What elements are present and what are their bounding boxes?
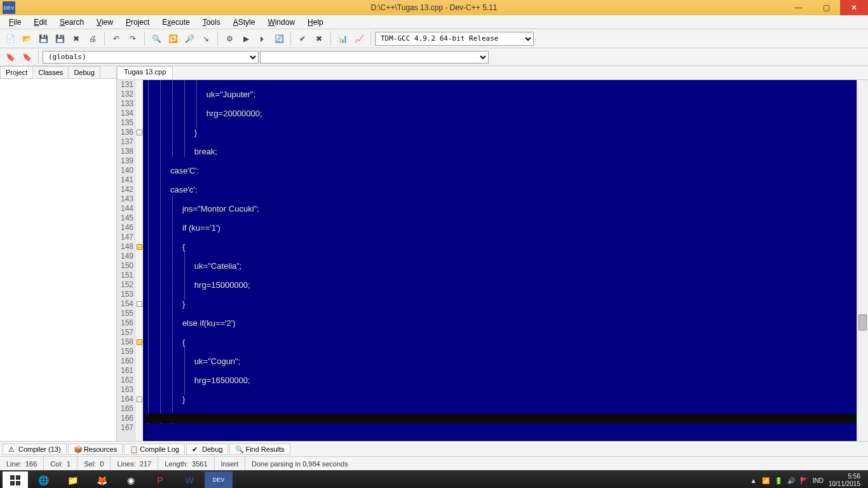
tab-resources[interactable]: 📦Resources bbox=[68, 444, 123, 455]
tab-compile-log[interactable]: 📋Compile Log bbox=[124, 444, 185, 455]
sidebar-tab-debug[interactable]: Debug bbox=[68, 66, 100, 78]
status-col: Col: 1 bbox=[44, 457, 78, 470]
redo-icon[interactable]: ↷ bbox=[125, 31, 140, 46]
tray-flag-icon[interactable]: 🚩 bbox=[800, 477, 808, 484]
tray-volume-icon[interactable]: 🔊 bbox=[787, 477, 795, 484]
tray-clock[interactable]: 5:56 10/11/2015 bbox=[829, 473, 860, 488]
menu-project[interactable]: Project bbox=[119, 17, 156, 28]
new-file-icon[interactable]: 📄 bbox=[3, 31, 18, 46]
undo-icon[interactable]: ↶ bbox=[109, 31, 124, 46]
tab-debug[interactable]: ✔Debug bbox=[186, 444, 228, 455]
fold-column: ----- bbox=[136, 80, 145, 441]
replace-icon[interactable]: 🔁 bbox=[165, 31, 180, 46]
menu-tools[interactable]: Tools bbox=[196, 17, 227, 28]
menu-edit[interactable]: Edit bbox=[27, 17, 53, 28]
menu-help[interactable]: Help bbox=[301, 17, 330, 28]
close-button[interactable]: ✕ bbox=[840, 0, 868, 15]
status-length: Length: 3561 bbox=[158, 457, 214, 470]
sidebar-tab-classes[interactable]: Classes bbox=[32, 66, 69, 78]
svg-rect-0 bbox=[10, 475, 15, 480]
rebuild-icon[interactable]: 🔄 bbox=[271, 31, 287, 46]
menu-astyle[interactable]: AStyle bbox=[227, 17, 262, 28]
tray-battery-icon[interactable]: 🔋 bbox=[775, 477, 782, 484]
taskbar-word[interactable]: W bbox=[175, 471, 203, 488]
taskbar-chrome[interactable]: ◉ bbox=[117, 471, 145, 488]
profile-icon[interactable]: 📊 bbox=[335, 31, 350, 46]
compile-icon[interactable]: ⚙ bbox=[222, 31, 237, 46]
compile-run-icon[interactable]: ⏵ bbox=[255, 31, 270, 46]
system-tray: ▲ 📶 🔋 🔊 🚩 IND 5:56 10/11/2015 bbox=[750, 473, 865, 488]
tray-network-icon[interactable]: 📶 bbox=[762, 477, 770, 484]
function-selector[interactable] bbox=[260, 51, 489, 64]
minimize-button[interactable]: — bbox=[784, 0, 812, 15]
window-title: D:\C++\Tugas 13.cpp - Dev-C++ 5.11 bbox=[371, 3, 498, 12]
sidebar-tab-project[interactable]: Project bbox=[0, 66, 33, 78]
sidebar: Project Classes Debug bbox=[0, 66, 117, 441]
stop-icon[interactable]: ✖ bbox=[311, 31, 327, 46]
svg-rect-3 bbox=[16, 481, 20, 485]
main-toolbar: 📄 📂 💾 💾 ✖ 🖨 ↶ ↷ 🔍 🔁 🔎 ↘ ⚙ ▶ ⏵ 🔄 ✔ ✖ 📊 📈 … bbox=[0, 29, 868, 48]
find-next-icon[interactable]: 🔎 bbox=[182, 31, 197, 46]
goto-bookmark-icon[interactable]: 🔖 bbox=[19, 50, 34, 65]
debug-icon: ✔ bbox=[192, 445, 200, 453]
save-all-icon[interactable]: 💾 bbox=[52, 31, 67, 46]
menu-search[interactable]: Search bbox=[53, 17, 90, 28]
status-line: Line: 166 bbox=[0, 457, 44, 470]
editor-tab-active[interactable]: Tugas 13.cpp bbox=[117, 66, 173, 79]
sidebar-content bbox=[0, 79, 116, 441]
open-file-icon[interactable]: 📂 bbox=[19, 31, 34, 46]
tray-up-icon[interactable]: ▲ bbox=[750, 477, 757, 484]
debug-icon[interactable]: ✔ bbox=[295, 31, 310, 46]
code-editor[interactable]: 1311321331341351361371381391401411421431… bbox=[117, 80, 868, 441]
svg-rect-2 bbox=[10, 481, 15, 485]
log-icon: 📋 bbox=[130, 445, 137, 453]
print-icon[interactable]: 🖨 bbox=[85, 31, 100, 46]
taskbar-firefox[interactable]: 🦊 bbox=[88, 471, 116, 488]
bottom-panel-tabs: ⚠Compiler (13) 📦Resources 📋Compile Log ✔… bbox=[0, 441, 868, 456]
status-mode: Insert bbox=[215, 457, 246, 470]
run-icon[interactable]: ▶ bbox=[238, 31, 254, 46]
app-icon: DEV bbox=[3, 1, 15, 14]
status-lines: Lines: 217 bbox=[111, 457, 158, 470]
window-titlebar: DEV D:\C++\Tugas 13.cpp - Dev-C++ 5.11 —… bbox=[0, 0, 868, 15]
taskbar-ie[interactable]: 🌐 bbox=[29, 471, 57, 488]
compiler-selector[interactable]: TDM-GCC 4.9.2 64-bit Release bbox=[375, 32, 534, 46]
menu-bar: File Edit Search View Project Execute To… bbox=[0, 15, 868, 29]
tab-compiler[interactable]: ⚠Compiler (13) bbox=[3, 444, 67, 455]
close-file-icon[interactable]: ✖ bbox=[69, 31, 84, 46]
windows-taskbar: 🌐 📁 🦊 ◉ P W DEV ▲ 📶 🔋 🔊 🚩 IND 5:56 10/11… bbox=[0, 470, 868, 488]
menu-execute[interactable]: Execute bbox=[156, 17, 196, 28]
start-button[interactable] bbox=[3, 471, 28, 488]
line-gutter: 1311321331341351361371381391401411421431… bbox=[117, 80, 136, 441]
taskbar-explorer[interactable]: 📁 bbox=[58, 471, 86, 488]
secondary-toolbar: 🔖 🔖 (globals) bbox=[0, 48, 868, 66]
menu-window[interactable]: Window bbox=[261, 17, 301, 28]
editor-area: Tugas 13.cpp 131132133134135136137138139… bbox=[117, 66, 868, 441]
taskbar-devcpp[interactable]: DEV bbox=[205, 471, 233, 488]
code-content[interactable]: │ │ │ │ │ │ │ │ │ │ uk="Juputer";│ │ │ │… bbox=[145, 80, 857, 441]
scope-selector[interactable]: (globals) bbox=[43, 51, 259, 64]
tab-find-results[interactable]: 🔍Find Results bbox=[229, 444, 290, 455]
svg-rect-1 bbox=[16, 475, 20, 480]
save-icon[interactable]: 💾 bbox=[36, 31, 51, 46]
bookmark-icon[interactable]: 🔖 bbox=[3, 50, 18, 65]
menu-file[interactable]: File bbox=[3, 17, 27, 28]
status-sel: Sel: 0 bbox=[78, 457, 111, 470]
profile2-icon[interactable]: 📈 bbox=[351, 31, 367, 46]
main-area: Project Classes Debug Tugas 13.cpp 13113… bbox=[0, 66, 868, 441]
vertical-scrollbar[interactable] bbox=[857, 80, 868, 441]
scrollbar-thumb[interactable] bbox=[858, 315, 867, 330]
goto-icon[interactable]: ↘ bbox=[198, 31, 214, 46]
find-icon: 🔍 bbox=[235, 445, 243, 453]
menu-view[interactable]: View bbox=[90, 17, 119, 28]
status-message: Done parsing in 0,984 seconds bbox=[245, 457, 868, 470]
resources-icon: 📦 bbox=[74, 445, 81, 453]
tray-lang[interactable]: IND bbox=[813, 477, 824, 484]
maximize-button[interactable]: ▢ bbox=[812, 0, 840, 15]
compiler-icon: ⚠ bbox=[8, 445, 16, 453]
status-bar: Line: 166 Col: 1 Sel: 0 Lines: 217 Lengt… bbox=[0, 456, 868, 470]
find-icon[interactable]: 🔍 bbox=[149, 31, 164, 46]
taskbar-powerpoint[interactable]: P bbox=[146, 471, 174, 488]
